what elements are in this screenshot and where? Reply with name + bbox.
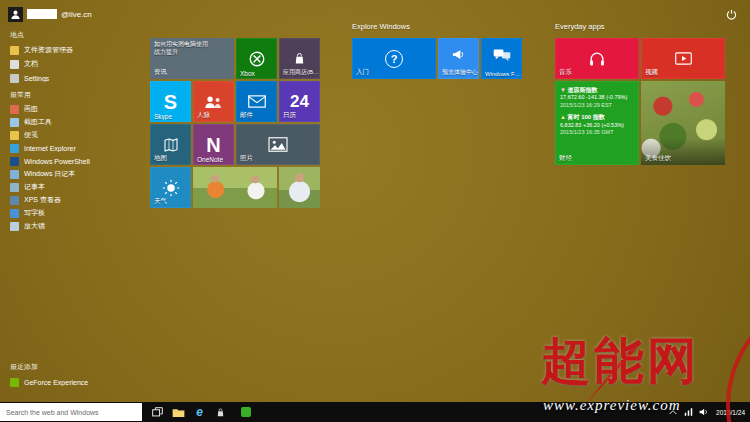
tile-label: 日历 (283, 111, 296, 120)
group-header-everyday-apps: Everyday apps (555, 22, 605, 31)
up-arrow-icon: ▲ (560, 114, 566, 120)
power-button[interactable] (724, 7, 738, 21)
places-header: 地点 (10, 30, 24, 40)
magnifier-icon (10, 222, 19, 231)
tile-label: Xbox (240, 70, 255, 77)
internet-explorer-icon (10, 144, 19, 153)
document-icon (10, 60, 19, 69)
sidebar-item-label: 放大镜 (24, 221, 45, 231)
finance-quote-row: ▲ 富时 100 指数 6,832.83 +36.20 (+0.53%) 201… (560, 113, 635, 136)
avatar (8, 7, 23, 22)
finance-quotes: ▼ 道琼斯指数 17,672.60 -141.38 (-0.79%) 2015/… (555, 81, 639, 137)
notepad-icon (10, 183, 19, 192)
search-input[interactable] (0, 403, 142, 421)
tile-sports-photo[interactable] (193, 167, 277, 208)
shopping-bag-icon (215, 407, 226, 418)
sidebar-item-internet-explorer[interactable]: Internet Explorer (10, 142, 142, 154)
sidebar-item-windows-journal[interactable]: Windows 日记本 (10, 168, 142, 180)
sidebar-item-sticky-notes[interactable]: 便笺 (10, 129, 142, 141)
taskbar-store[interactable] (213, 405, 228, 419)
food-photo (641, 81, 725, 165)
sidebar-item-label: Windows PowerShell (24, 158, 90, 165)
tile-windows-feedback[interactable]: Windows Feedback (481, 38, 522, 79)
sidebar-item-xps-viewer[interactable]: XPS 查看器 (10, 194, 142, 206)
tile-music[interactable]: 音乐 (555, 38, 639, 79)
taskbar-internet-explorer[interactable]: e (192, 405, 207, 419)
sidebar-item-label: 记事本 (24, 182, 45, 192)
sidebar-item-geforce-experience[interactable]: GeForce Experience (10, 376, 142, 388)
taskbar: e 2015/1/24 (0, 402, 750, 422)
start-screen: @live.cn 地点 文件资源管理器 文档 Settings 最常用 画图 截… (0, 0, 750, 422)
tile-label: 预览体验中心 (442, 68, 478, 77)
quote-name: 富时 100 指数 (567, 114, 604, 120)
tile-label: 财经 (559, 154, 572, 163)
taskbar-file-explorer[interactable] (171, 405, 186, 419)
tile-finance[interactable]: ▼ 道琼斯指数 17,672.60 -141.38 (-0.79%) 2015/… (555, 81, 639, 165)
tile-food[interactable]: 美食佳饮 (641, 81, 725, 165)
sidebar-item-snipping-tool[interactable]: 截图工具 (10, 116, 142, 128)
tile-news[interactable]: 如何用实测电脑使用战力提升 资讯 (150, 38, 234, 79)
sidebar-item-documents[interactable]: 文档 (10, 58, 142, 70)
tile-xbox[interactable]: Xbox (236, 38, 277, 79)
tile-video[interactable]: 视频 (641, 38, 725, 79)
gauge-needle-graphic (584, 340, 642, 405)
tile-label: Windows Feedback (485, 71, 522, 77)
power-icon (726, 9, 737, 20)
tray-chevron-up-button[interactable] (668, 407, 678, 417)
tile-insider-hub[interactable]: 预览体验中心 (438, 38, 479, 79)
tile-onenote[interactable]: N OneNote (193, 124, 234, 165)
tile-skype[interactable]: S Skype (150, 81, 191, 122)
tile-label: 视频 (645, 68, 658, 77)
tile-label: 音乐 (559, 68, 572, 77)
tile-calendar[interactable]: 24 日历 (279, 81, 320, 122)
task-view-button[interactable] (150, 405, 165, 419)
tile-store[interactable]: 应用商店(Beta) (279, 38, 320, 79)
tile-mail[interactable]: 邮件 (236, 81, 277, 122)
folder-icon (10, 46, 19, 55)
shopping-bag-icon (292, 51, 307, 66)
tile-get-started[interactable]: ? 入门 (352, 38, 436, 79)
tray-network-button[interactable] (683, 407, 693, 417)
tile-people[interactable]: 人脉 (193, 81, 234, 122)
sidebar-item-magnifier[interactable]: 放大镜 (10, 220, 142, 232)
sidebar-item-settings[interactable]: Settings (10, 72, 142, 84)
sticky-notes-icon (10, 131, 19, 140)
quote-change: 6,832.83 +36.20 (+0.53%) (560, 122, 635, 129)
quote-name: 道琼斯指数 (567, 87, 597, 93)
onenote-icon: N (206, 135, 220, 155)
tile-photo-small[interactable] (279, 167, 320, 208)
quote-change: 17,672.60 -141.38 (-0.79%) (560, 94, 635, 101)
sidebar-item-wordpad[interactable]: 写字板 (10, 207, 142, 219)
skype-icon: S (164, 92, 177, 112)
sidebar-item-label: 文档 (24, 59, 38, 69)
small-photo (279, 167, 320, 208)
redaction-box (27, 9, 57, 19)
news-caption: 如何用实测电脑使用战力提升 (154, 41, 212, 56)
tile-photos[interactable]: 照片 (236, 124, 320, 165)
sidebar-item-powershell[interactable]: Windows PowerShell (10, 155, 142, 167)
tile-label: 人脉 (197, 111, 210, 120)
powershell-icon (10, 157, 19, 166)
tile-label: 入门 (356, 68, 369, 77)
sidebar-item-label: Internet Explorer (24, 145, 76, 152)
snipping-tool-icon (10, 118, 19, 127)
tray-volume-button[interactable] (698, 407, 708, 417)
tile-weather[interactable]: 天气 (150, 167, 191, 208)
megaphone-icon (451, 48, 466, 61)
user-account[interactable]: @live.cn (8, 6, 92, 22)
most-used-header: 最常用 (10, 90, 31, 100)
map-icon (163, 137, 179, 153)
person-icon (10, 9, 21, 20)
sidebar-item-label: 写字板 (24, 208, 45, 218)
envelope-icon (248, 95, 266, 108)
sidebar-item-file-explorer[interactable]: 文件资源管理器 (10, 44, 142, 56)
xbox-icon (248, 50, 266, 68)
sidebar-item-notepad[interactable]: 记事本 (10, 181, 142, 193)
taskbar-app-green[interactable] (238, 405, 253, 419)
sidebar-item-label: 文件资源管理器 (24, 45, 73, 55)
tray-clock[interactable]: 2015/1/24 (713, 409, 748, 416)
tile-maps[interactable]: 地图 (150, 124, 191, 165)
chevron-up-icon (669, 409, 677, 415)
headphones-icon (588, 51, 606, 67)
sidebar-item-paint[interactable]: 画图 (10, 103, 142, 115)
